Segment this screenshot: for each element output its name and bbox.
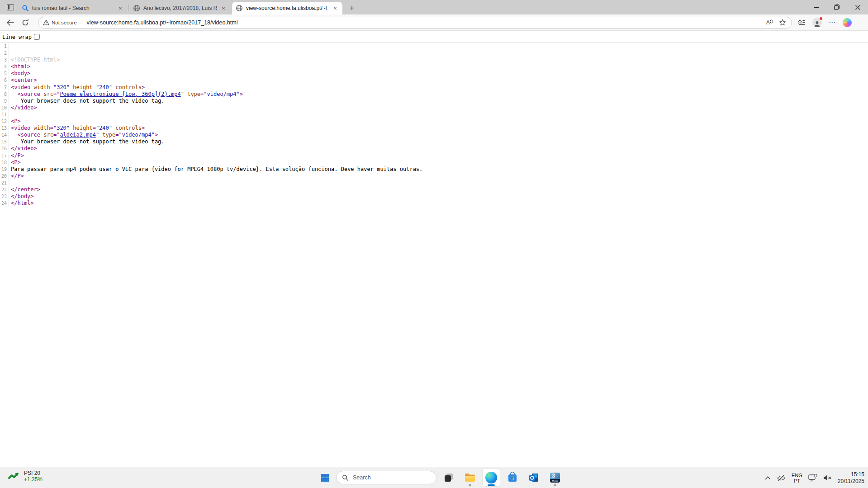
search-icon [342, 474, 349, 481]
stock-index-name: PSI 20 [24, 470, 43, 476]
notification-dot [819, 17, 823, 20]
read-aloud-button[interactable]: A [766, 19, 773, 26]
code-segment: "video/mp4" [119, 132, 154, 138]
code-segment: <html> [11, 63, 30, 70]
restore-button[interactable] [826, 0, 847, 14]
source-line: 5<body> [0, 70, 868, 77]
running-indicator [554, 484, 556, 486]
search-icon [22, 5, 29, 12]
address-bar[interactable]: Not secure view-source:home.fa.ulisboa.p… [38, 17, 792, 28]
refresh-button[interactable] [19, 16, 32, 29]
line-number: 24 [0, 200, 9, 207]
settings-more-button[interactable]: ⋯ [829, 19, 836, 27]
microsoft-store-button[interactable] [503, 469, 522, 487]
clock[interactable]: 15:15 20/11/2025 [838, 471, 864, 485]
code-line: Your browser does not support the video … [9, 98, 165, 104]
code-line: <video width="320" height="240" controls… [9, 125, 145, 132]
network-ethernet-icon[interactable] [808, 474, 817, 482]
volume-muted-icon[interactable] [823, 474, 832, 481]
tab-ano-lectivo[interactable]: Ano lectivo, 2017/2018, Luís Roma ✕ [129, 2, 231, 14]
search-placeholder: Search [353, 474, 371, 481]
tab-actions-menu-icon[interactable] [5, 3, 15, 11]
new-tab-button[interactable]: + [346, 3, 357, 14]
code-line: </html> [9, 200, 34, 207]
tab-close-button[interactable]: ✕ [332, 5, 339, 12]
language-indicator[interactable]: ENG PT [792, 473, 802, 483]
profile-avatar[interactable] [812, 18, 822, 27]
source-line: 18<P> [0, 159, 868, 166]
date: 20/11/2025 [838, 478, 864, 485]
code-segment: src [43, 91, 53, 97]
code-segment: "video/mp4" [204, 91, 239, 97]
restore-icon [834, 5, 840, 10]
code-segment: "320" [53, 84, 70, 90]
line-number: 4 [0, 63, 9, 70]
code-line [9, 43, 11, 50]
code-segment: <body> [11, 70, 30, 76]
code-segment: </P> [11, 173, 24, 179]
close-window-button[interactable] [847, 0, 868, 14]
code-segment: height [73, 84, 92, 90]
line-number: 3 [0, 57, 9, 63]
3ds-max-icon: 3MAX [550, 473, 560, 483]
taskbar-search[interactable]: Search [336, 471, 436, 484]
back-arrow-icon [6, 19, 14, 26]
source-line: 2 [0, 50, 868, 57]
code-segment: width [34, 125, 50, 131]
code-segment: <source [11, 91, 43, 97]
source-line: 13<video width="320" height="240" contro… [0, 125, 868, 132]
window-controls [806, 0, 868, 14]
source-code: 123<!DOCTYPE html>4<html>5<body>6<center… [0, 43, 868, 207]
copilot-icon[interactable] [843, 18, 852, 27]
code-segment: > [142, 125, 145, 131]
edge-button[interactable] [482, 469, 500, 487]
tab-title: Ano lectivo, 2017/2018, Luís Roma [143, 5, 217, 11]
favorite-star-icon[interactable] [779, 19, 786, 26]
stock-index-change: +1,35% [24, 476, 43, 483]
close-icon [855, 5, 860, 10]
tab-close-button[interactable]: ✕ [220, 5, 227, 12]
task-view-button[interactable] [440, 469, 458, 487]
code-segment: </center> [11, 186, 40, 193]
code-segment: </video> [11, 145, 37, 152]
tray-chevron-up-icon[interactable] [765, 476, 771, 480]
security-label: Not secure [52, 20, 77, 25]
line-number: 18 [0, 159, 9, 166]
back-button[interactable] [4, 16, 16, 29]
minimize-button[interactable] [806, 0, 826, 14]
start-button[interactable] [317, 469, 333, 487]
file-explorer-button[interactable] [461, 469, 479, 487]
code-segment: </html> [11, 200, 34, 206]
line-wrap-checkbox[interactable] [34, 34, 40, 40]
tab-close-button[interactable]: ✕ [117, 5, 124, 12]
source-line: 16</video> [0, 145, 868, 152]
code-line [9, 180, 11, 186]
task-view-icon [444, 473, 454, 483]
source-line: 6<center> [0, 77, 868, 84]
file-explorer-icon [465, 473, 475, 482]
tab-search-results[interactable]: luis romao faul - Search ✕ [18, 2, 128, 14]
code-segment: > [142, 84, 145, 90]
source-line: 24</html> [0, 200, 868, 207]
source-link[interactable]: aldeia2.mp4 [60, 132, 95, 138]
code-line: <video width="320" height="240" controls… [9, 84, 145, 91]
tab-view-source[interactable]: view-source:home.fa.ulisboa.pt/~l ✕ [232, 2, 342, 14]
privacy-eye-off-icon[interactable] [777, 474, 786, 482]
workspaces-icon [7, 4, 14, 10]
system-tray: ENG PT 15:15 20/11/2025 [765, 467, 864, 488]
security-indicator[interactable]: Not secure [43, 19, 77, 25]
url-text[interactable]: view-source:home.fa.ulisboa.pt/~lromao/2… [87, 19, 766, 26]
code-line: <body> [9, 70, 30, 77]
favorites-hub-icon[interactable] [797, 19, 806, 26]
code-segment: "320" [53, 125, 70, 131]
code-segment: type [102, 132, 115, 138]
line-number: 9 [0, 98, 9, 104]
source-link[interactable]: Poeme_electronique_[Low,_360p](2).mp4 [60, 91, 180, 97]
outlook-button[interactable] [525, 469, 543, 487]
code-segment: Your browser does not support the video … [11, 138, 165, 145]
code-segment: = [50, 84, 53, 90]
source-line: 11 [0, 111, 868, 118]
code-line: Para passar para mp4 podem usar o VLC pa… [9, 166, 422, 173]
3ds-max-button[interactable]: 3MAX [546, 469, 564, 487]
widgets-button[interactable]: PSI 20 +1,35% [8, 470, 43, 483]
